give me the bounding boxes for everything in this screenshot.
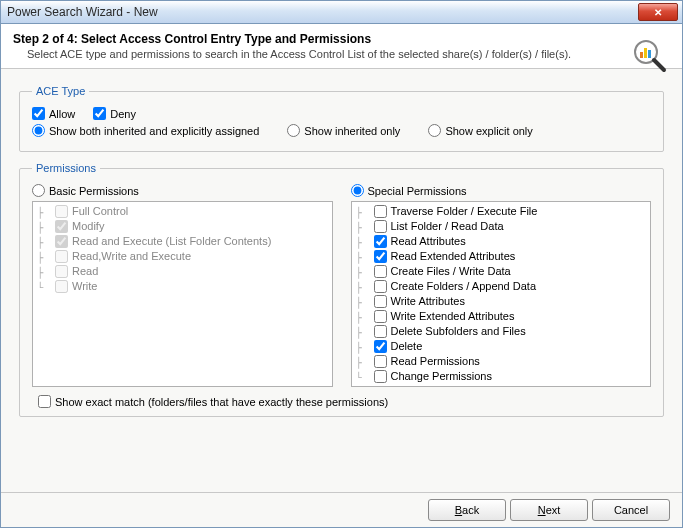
list-item: ├List Folder / Read Data <box>356 219 647 234</box>
wizard-body: ACE Type Allow Deny Show both inherited … <box>1 69 682 492</box>
list-item: ├Read Permissions <box>356 354 647 369</box>
close-icon: ✕ <box>654 7 662 18</box>
wizard-header: Step 2 of 4: Select Access Control Entry… <box>1 24 682 69</box>
special-permissions-column: Special Permissions ├Traverse Folder / E… <box>351 184 652 387</box>
permission-checkbox[interactable] <box>55 250 68 263</box>
window-close-button[interactable]: ✕ <box>638 3 678 21</box>
special-permissions-radio-label[interactable]: Special Permissions <box>351 184 652 197</box>
permission-label: Create Files / Write Data <box>391 264 511 279</box>
tree-line-icon: ├ <box>356 340 372 354</box>
permission-checkbox[interactable] <box>55 235 68 248</box>
list-item: ├Write Extended Attributes <box>356 309 647 324</box>
permission-label: Read Attributes <box>391 234 466 249</box>
basic-permissions-radio-label[interactable]: Basic Permissions <box>32 184 333 197</box>
exact-match-text: Show exact match (folders/files that hav… <box>55 396 388 408</box>
show-explicit-text: Show explicit only <box>445 125 532 137</box>
permission-checkbox[interactable] <box>55 205 68 218</box>
tree-line-icon: ├ <box>356 280 372 294</box>
exact-match-checkbox[interactable] <box>38 395 51 408</box>
back-button[interactable]: Back <box>428 499 506 521</box>
show-both-radio-label[interactable]: Show both inherited and explicitly assig… <box>32 124 259 137</box>
permission-checkbox[interactable] <box>55 220 68 233</box>
permission-label: Write <box>72 279 97 294</box>
step-title: Step 2 of 4: Select Access Control Entry… <box>13 32 622 46</box>
permission-label: Write Attributes <box>391 294 465 309</box>
permission-checkbox[interactable] <box>374 235 387 248</box>
tree-line-icon: ├ <box>356 220 372 234</box>
next-button[interactable]: Next <box>510 499 588 521</box>
list-item: ├Read Extended Attributes <box>356 249 647 264</box>
svg-rect-2 <box>644 48 647 58</box>
permission-checkbox[interactable] <box>374 340 387 353</box>
tree-line-icon: ├ <box>356 310 372 324</box>
permission-checkbox[interactable] <box>374 205 387 218</box>
tree-line-icon: ├ <box>356 355 372 369</box>
basic-permissions-radio[interactable] <box>32 184 45 197</box>
permission-checkbox[interactable] <box>374 280 387 293</box>
window-title: Power Search Wizard - New <box>7 5 638 19</box>
special-permissions-text: Special Permissions <box>368 185 467 197</box>
tree-line-icon: ├ <box>37 220 53 234</box>
permission-checkbox[interactable] <box>374 265 387 278</box>
list-item: ├Modify <box>37 219 328 234</box>
titlebar: Power Search Wizard - New ✕ <box>1 1 682 24</box>
deny-checkbox-label[interactable]: Deny <box>93 107 136 120</box>
tree-line-icon: ├ <box>356 325 372 339</box>
tree-line-icon: ├ <box>37 265 53 279</box>
tree-line-icon: ├ <box>356 295 372 309</box>
tree-line-icon: ├ <box>37 205 53 219</box>
show-inherited-radio-label[interactable]: Show inherited only <box>287 124 400 137</box>
content-area: Step 2 of 4: Select Access Control Entry… <box>1 24 682 527</box>
exact-match-label[interactable]: Show exact match (folders/files that hav… <box>38 395 388 408</box>
step-subtitle: Select ACE type and permissions to searc… <box>27 48 622 60</box>
list-item: ├Read,Write and Execute <box>37 249 328 264</box>
search-chart-icon <box>632 38 668 74</box>
permission-label: Read Permissions <box>391 354 480 369</box>
cancel-button[interactable]: Cancel <box>592 499 670 521</box>
permission-checkbox[interactable] <box>374 220 387 233</box>
wizard-footer: Back Next Cancel <box>1 492 682 527</box>
ace-type-legend: ACE Type <box>32 85 89 97</box>
tree-line-icon: └ <box>356 370 372 384</box>
special-permissions-list[interactable]: ├Traverse Folder / Execute File├List Fol… <box>351 201 652 387</box>
svg-rect-3 <box>648 50 651 58</box>
tree-line-icon: ├ <box>356 250 372 264</box>
tree-line-icon: ├ <box>37 235 53 249</box>
deny-text: Deny <box>110 108 136 120</box>
permission-label: Create Folders / Append Data <box>391 279 537 294</box>
permission-checkbox[interactable] <box>374 310 387 323</box>
permission-checkbox[interactable] <box>374 250 387 263</box>
permissions-group: Permissions Basic Permissions ├Full Cont… <box>19 162 664 417</box>
permissions-legend: Permissions <box>32 162 100 174</box>
permission-label: Traverse Folder / Execute File <box>391 204 538 219</box>
allow-checkbox[interactable] <box>32 107 45 120</box>
permission-checkbox[interactable] <box>374 370 387 383</box>
permission-label: Read,Write and Execute <box>72 249 191 264</box>
ace-type-group: ACE Type Allow Deny Show both inherited … <box>19 85 664 152</box>
show-explicit-radio-label[interactable]: Show explicit only <box>428 124 532 137</box>
permission-label: Full Control <box>72 204 128 219</box>
list-item: └Change Permissions <box>356 369 647 384</box>
basic-permissions-column: Basic Permissions ├Full Control├Modify├R… <box>32 184 333 387</box>
special-permissions-radio[interactable] <box>351 184 364 197</box>
permission-label: List Folder / Read Data <box>391 219 504 234</box>
permission-label: Change Permissions <box>391 369 493 384</box>
permission-checkbox[interactable] <box>55 265 68 278</box>
tree-line-icon: └ <box>37 280 53 294</box>
list-item: ├Read Attributes <box>356 234 647 249</box>
svg-line-4 <box>654 60 664 70</box>
basic-permissions-list[interactable]: ├Full Control├Modify├Read and Execute (L… <box>32 201 333 387</box>
permission-checkbox[interactable] <box>374 355 387 368</box>
deny-checkbox[interactable] <box>93 107 106 120</box>
permission-checkbox[interactable] <box>374 325 387 338</box>
show-explicit-radio[interactable] <box>428 124 441 137</box>
permission-checkbox[interactable] <box>55 280 68 293</box>
permission-checkbox[interactable] <box>374 295 387 308</box>
allow-checkbox-label[interactable]: Allow <box>32 107 75 120</box>
list-item: ├Full Control <box>37 204 328 219</box>
list-item: ├Traverse Folder / Execute File <box>356 204 647 219</box>
show-both-text: Show both inherited and explicitly assig… <box>49 125 259 137</box>
show-both-radio[interactable] <box>32 124 45 137</box>
permission-label: Read and Execute (List Folder Contents) <box>72 234 271 249</box>
show-inherited-radio[interactable] <box>287 124 300 137</box>
